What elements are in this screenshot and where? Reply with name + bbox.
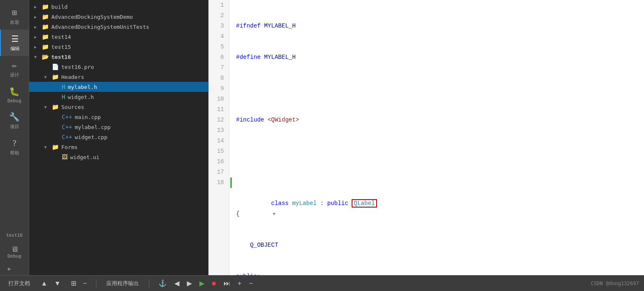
sidebar-item-welcome[interactable]: ⊞ 欢迎 — [0, 3, 29, 30]
chevron-right-icon: ▶ — [34, 25, 39, 29]
line-num-7: 7 — [212, 63, 224, 73]
line-num-16: 16 — [212, 157, 224, 167]
sidebar-item-help[interactable]: ? 帮助 — [0, 134, 29, 160]
folder-icon: 📁 — [42, 3, 49, 10]
open-doc-label: 打开文档 — [8, 280, 30, 287]
sidebar-project-label: 项目 — [10, 124, 19, 130]
chevron-down-icon: ▼ — [44, 145, 49, 149]
anchor-btn[interactable]: ⚓ — [156, 278, 169, 289]
sidebar-help-label: 帮助 — [10, 150, 19, 156]
chevron-right-icon: ▶ — [34, 15, 39, 19]
stop-btn[interactable]: ■ — [209, 278, 219, 289]
tree-item-test16[interactable]: ▼ 📂 test16 — [29, 52, 208, 62]
sources-folder-icon: 📁 — [52, 104, 59, 110]
output-btn[interactable]: 应用程序输出 — [103, 278, 142, 289]
tree-item-test16pro[interactable]: 📄 test16.pro — [29, 62, 208, 72]
grid-icon: ⊞ — [12, 8, 17, 18]
line-num-10: 10 — [212, 94, 224, 104]
plus-btn[interactable]: + — [235, 278, 244, 289]
sidebar-project-name: test16 — [6, 233, 23, 238]
sidebar-debug-footer-label: Debug — [8, 253, 21, 259]
line-num-4: 4 — [212, 31, 224, 42]
add-btn[interactable]: ⊞ — [68, 278, 79, 289]
tree-item-sources[interactable]: ▼ 📁 Sources — [29, 102, 208, 112]
minus-btn[interactable]: − — [80, 278, 89, 289]
sidebar-expand-btn[interactable]: ▶ — [5, 262, 25, 275]
pro-file-icon: 📄 — [52, 63, 59, 70]
step-btn[interactable]: ⏭ — [221, 278, 233, 289]
line-num-8: 8 — [212, 73, 224, 84]
code-line-7: { — [236, 209, 637, 219]
sidebar-item-design[interactable]: ✏ 设计 — [0, 56, 29, 82]
watermark: CSDN @dong132697 — [591, 281, 639, 286]
line-num-13: 13 — [212, 125, 224, 136]
folder-icon: 📁 — [42, 43, 49, 50]
line-num-6: 6 — [212, 52, 224, 63]
code-line-6: class myLabel : public QLabel ▼ — [236, 177, 637, 188]
down-btn[interactable]: ▼ — [52, 278, 63, 289]
bottom-bar: 打开文档 ▲ ▼ ⊞ − 应用程序输出 ⚓ ◀ ▶ ▶ ■ ⏭ + − CSDN… — [0, 275, 644, 291]
line-num-9: 9 — [212, 84, 224, 94]
code-content: 1 2 3 4 5 6 7 8 9 10 11 12 13 14 15 16 1… — [209, 0, 644, 275]
separator2 — [149, 279, 149, 288]
tree-item-test15[interactable]: ▶ 📁 test15 — [29, 42, 208, 52]
tree-item-headers[interactable]: ▼ 📁 Headers — [29, 72, 208, 82]
tree-item-widget-ui[interactable]: 🖼 widget.ui — [29, 152, 208, 162]
chevron-right-icon: ▶ — [34, 5, 39, 9]
code-editor[interactable]: 1 2 3 4 5 6 7 8 9 10 11 12 13 14 15 16 1… — [209, 0, 644, 275]
tree-item-label: widget.h — [68, 94, 94, 100]
sidebar-item-project[interactable]: 🔧 项目 — [0, 108, 29, 134]
line-num-1: 1 — [212, 0, 224, 10]
run-btn[interactable]: ▶ — [197, 278, 207, 289]
sidebar-design-label: 设计 — [10, 72, 19, 78]
sidebar-item-debug[interactable]: 🐛 Debug — [0, 82, 29, 108]
tree-item-build[interactable]: ▶ 📁 build — [29, 2, 208, 12]
tree-item-label: widget.ui — [70, 154, 99, 160]
tree-item-widget-h[interactable]: H widget.h — [29, 92, 208, 102]
separator — [96, 279, 96, 288]
sidebar-footer-project: test16 — [5, 229, 25, 241]
output-label: 应用程序输出 — [106, 280, 139, 287]
minus2-btn[interactable]: − — [247, 278, 255, 289]
tree-item-test14[interactable]: ▶ 📁 test14 — [29, 32, 208, 42]
next-btn[interactable]: ▶ — [184, 278, 194, 289]
design-icon: ✏ — [12, 60, 17, 70]
folder-icon: 📁 — [42, 13, 49, 20]
tree-item-label: AdvancedDockingSystemDemo — [51, 14, 133, 20]
help-icon: ? — [12, 138, 17, 148]
tree-item-main-cpp[interactable]: C++ main.cpp — [29, 112, 208, 122]
file-tree: ▶ 📁 build ▶ 📁 AdvancedDockingSystemDemo … — [29, 0, 209, 275]
debug-icon: 🐛 — [9, 86, 20, 96]
chevron-down-icon: ▼ — [44, 105, 49, 109]
open-doc-btn[interactable]: 打开文档 — [5, 278, 33, 289]
tree-item-widget-cpp[interactable]: C++ widget.cpp — [29, 132, 208, 142]
sidebar-edit-label: 编辑 — [10, 46, 20, 52]
line-num-11: 11 — [212, 104, 224, 115]
tree-item-ads-demo[interactable]: ▶ 📁 AdvancedDockingSystemDemo — [29, 12, 208, 22]
main-container: ⊞ 欢迎 ☰ 编辑 ✏ 设计 🐛 Debug 🔧 项目 ? 帮助 test16 — [0, 0, 644, 275]
prev-btn[interactable]: ◀ — [172, 278, 182, 289]
up-btn[interactable]: ▲ — [38, 278, 50, 289]
cpp-file-icon: C++ — [62, 134, 72, 140]
line-num-3: 3 — [212, 21, 224, 31]
code-line-5 — [236, 146, 637, 157]
h-file-icon: H — [62, 94, 65, 100]
sidebar-footer-debug[interactable]: 🖥 Debug — [5, 241, 25, 262]
nav-controls: ▲ ▼ — [38, 278, 63, 289]
tree-item-label: main.cpp — [75, 114, 101, 120]
headers-folder-icon: 📁 — [52, 73, 59, 80]
tree-item-forms[interactable]: ▼ 📁 Forms — [29, 142, 208, 152]
line-numbers: 1 2 3 4 5 6 7 8 9 10 11 12 13 14 15 16 1… — [209, 0, 229, 275]
tree-item-label: Forms — [61, 144, 78, 150]
tree-item-mylabel-h[interactable]: H mylabel.h — [29, 82, 208, 92]
sidebar-item-edit[interactable]: ☰ 编辑 — [0, 30, 29, 56]
h-file-icon: H — [62, 84, 65, 90]
tree-item-label: test16 — [51, 54, 71, 60]
tree-item-ads-unit[interactable]: ▶ 📁 AdvancedDockingSystemUnitTests — [29, 22, 208, 32]
line-num-14: 14 — [212, 136, 224, 146]
code-line-4: #include <QWidget> — [236, 115, 637, 125]
tree-item-label: Sources — [61, 104, 84, 110]
tree-item-label: mylabel.h — [68, 84, 97, 90]
tree-item-mylabel-cpp[interactable]: C++ mylabel.cpp — [29, 122, 208, 132]
line-num-17: 17 — [212, 167, 224, 177]
